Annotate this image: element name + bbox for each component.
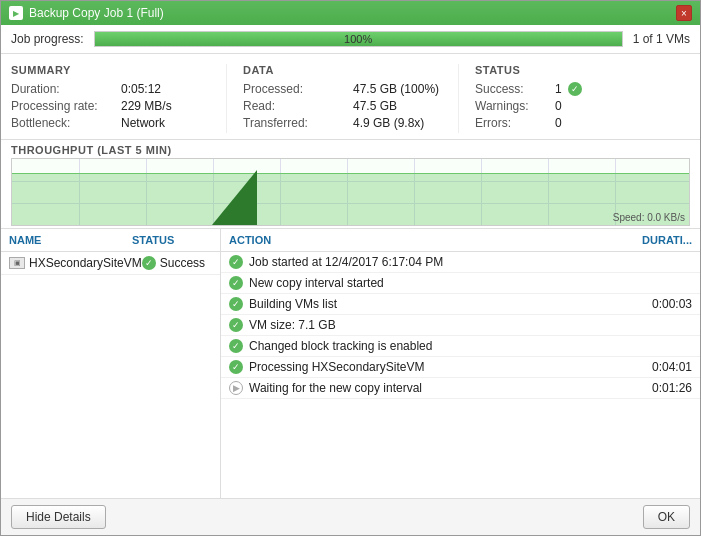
action-log-row: ✓Processing HXSecondarySiteVM0:04:01: [221, 357, 700, 378]
errors-val: 0: [555, 116, 562, 130]
action-log-row: ✓Building VMs list0:00:03: [221, 294, 700, 315]
vm-col-name: NAME: [9, 234, 132, 246]
action-log-row: ✓Changed block tracking is enabled: [221, 336, 700, 357]
action-status-icon: ✓: [229, 339, 243, 353]
bottleneck-val: Network: [121, 116, 165, 130]
status-row-errors: Errors: 0: [475, 116, 690, 130]
status-header: STATUS: [475, 64, 690, 76]
summary-row-bottleneck: Bottleneck: Network: [11, 116, 226, 130]
progress-bar-container: 100%: [94, 31, 623, 47]
vm-status-label: Success: [160, 256, 205, 270]
vm-row[interactable]: ▣ HXSecondarySiteVM ✓ Success: [1, 252, 220, 275]
action-status-icon: ✓: [229, 297, 243, 311]
throughput-chart: Speed: 0.0 KB/s: [11, 158, 690, 226]
close-button[interactable]: ×: [676, 5, 692, 21]
transferred-val: 4.9 GB (9.8x): [353, 116, 424, 130]
vm-list: NAME STATUS ▣ HXSecondarySiteVM ✓ Succes…: [1, 229, 221, 498]
success-check-icon: ✓: [568, 82, 582, 96]
warnings-val: 0: [555, 99, 562, 113]
summary-header: SUMMARY: [11, 64, 226, 76]
action-text: Processing HXSecondarySiteVM: [249, 360, 622, 374]
transferred-key: Transferred:: [243, 116, 353, 130]
action-text: Job started at 12/4/2017 6:17:04 PM: [249, 255, 622, 269]
progress-label: Job progress:: [11, 32, 84, 46]
vm-list-header: NAME STATUS: [1, 229, 220, 252]
success-val: 1: [555, 82, 562, 96]
chart-fill-area: [12, 173, 689, 225]
data-row-processed: Processed: 47.5 GB (100%): [243, 82, 458, 96]
title-bar: ▶ Backup Copy Job 1 (Full) ×: [1, 1, 700, 25]
action-col-duration: DURATI...: [622, 234, 692, 246]
action-duration: 0:01:26: [622, 381, 692, 395]
processed-key: Processed:: [243, 82, 353, 96]
action-text: New copy interval started: [249, 276, 622, 290]
action-text: Waiting for the new copy interval: [249, 381, 622, 395]
window-title: Backup Copy Job 1 (Full): [29, 6, 164, 20]
action-text: VM size: 7.1 GB: [249, 318, 622, 332]
action-log-row: ▶Waiting for the new copy interval0:01:2…: [221, 378, 700, 399]
action-text: Building VMs list: [249, 297, 622, 311]
action-log-row: ✓New copy interval started: [221, 273, 700, 294]
action-duration: 0:04:01: [622, 360, 692, 374]
vm-icon: ▣: [9, 257, 25, 269]
action-status-icon: ▶: [229, 381, 243, 395]
data-col: DATA Processed: 47.5 GB (100%) Read: 47.…: [226, 64, 458, 133]
read-val: 47.5 GB: [353, 99, 397, 113]
progress-section: Job progress: 100% 1 of 1 VMs: [1, 25, 700, 54]
summary-col: SUMMARY Duration: 0:05:12 Processing rat…: [11, 64, 226, 133]
hide-details-button[interactable]: Hide Details: [11, 505, 106, 529]
read-key: Read:: [243, 99, 353, 113]
chart-peak: [212, 170, 257, 225]
vm-status: ✓ Success: [142, 256, 212, 270]
action-log-header: ACTION DURATI...: [221, 229, 700, 252]
vm-name: HXSecondarySiteVM: [29, 256, 142, 270]
rate-val: 229 MB/s: [121, 99, 172, 113]
throughput-section: THROUGHPUT (LAST 5 MIN) Speed: 0.0 KB/s: [1, 140, 700, 228]
summary-row-duration: Duration: 0:05:12: [11, 82, 226, 96]
status-row-warnings: Warnings: 0: [475, 99, 690, 113]
action-log-row: ✓VM size: 7.1 GB: [221, 315, 700, 336]
action-text: Changed block tracking is enabled: [249, 339, 622, 353]
action-col-action: ACTION: [229, 234, 622, 246]
duration-val: 0:05:12: [121, 82, 161, 96]
rate-key: Processing rate:: [11, 99, 121, 113]
vm-status-icon: ✓: [142, 256, 156, 270]
ok-button[interactable]: OK: [643, 505, 690, 529]
summary-section: SUMMARY Duration: 0:05:12 Processing rat…: [1, 54, 700, 140]
throughput-label: THROUGHPUT (LAST 5 MIN): [11, 144, 690, 156]
status-row-success: Success: 1 ✓: [475, 82, 690, 96]
summary-row-rate: Processing rate: 229 MB/s: [11, 99, 226, 113]
title-bar-left: ▶ Backup Copy Job 1 (Full): [9, 6, 164, 20]
speed-label: Speed: 0.0 KB/s: [613, 212, 685, 223]
footer: Hide Details OK: [1, 498, 700, 535]
app-icon: ▶: [9, 6, 23, 20]
action-status-icon: ✓: [229, 255, 243, 269]
vm-col-status: STATUS: [132, 234, 212, 246]
errors-key: Errors:: [475, 116, 555, 130]
bottleneck-key: Bottleneck:: [11, 116, 121, 130]
action-status-icon: ✓: [229, 276, 243, 290]
progress-vms: 1 of 1 VMs: [633, 32, 690, 46]
duration-key: Duration:: [11, 82, 121, 96]
main-window: ▶ Backup Copy Job 1 (Full) × Job progres…: [0, 0, 701, 536]
data-header: DATA: [243, 64, 458, 76]
details-section: NAME STATUS ▣ HXSecondarySiteVM ✓ Succes…: [1, 228, 700, 498]
action-status-icon: ✓: [229, 318, 243, 332]
action-log-row: ✓Job started at 12/4/2017 6:17:04 PM: [221, 252, 700, 273]
status-col: STATUS Success: 1 ✓ Warnings: 0 Errors: …: [458, 64, 690, 133]
processed-val: 47.5 GB (100%): [353, 82, 439, 96]
warnings-key: Warnings:: [475, 99, 555, 113]
action-status-icon: ✓: [229, 360, 243, 374]
action-duration: 0:00:03: [622, 297, 692, 311]
data-row-read: Read: 47.5 GB: [243, 99, 458, 113]
success-key: Success:: [475, 82, 555, 96]
action-log: ACTION DURATI... ✓Job started at 12/4/20…: [221, 229, 700, 498]
progress-percent: 100%: [344, 33, 372, 45]
action-rows-container: ✓Job started at 12/4/2017 6:17:04 PM✓New…: [221, 252, 700, 399]
data-row-transferred: Transferred: 4.9 GB (9.8x): [243, 116, 458, 130]
